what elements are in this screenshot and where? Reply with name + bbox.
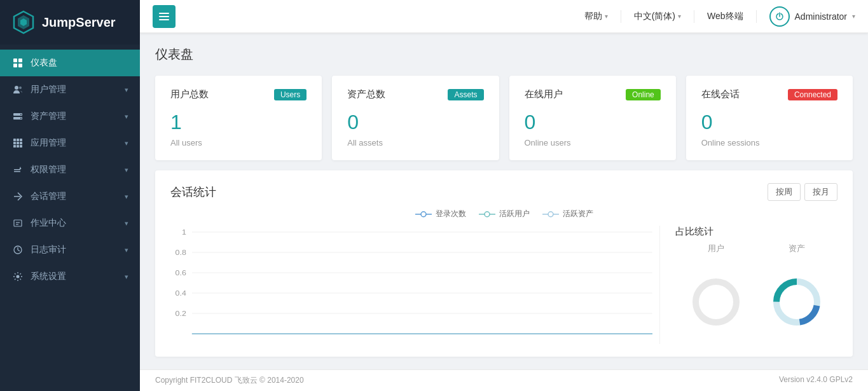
apps-icon [11,138,24,148]
stat-assets-value: 0 [347,111,483,134]
user-name-label: Administrator [795,11,847,22]
svg-point-30 [17,275,20,278]
proportion-users-label: 用户 [708,243,724,254]
stats-row: 用户总数 Users 1 All users 资产总数 Assets 0 All… [155,76,853,160]
session-section: 会话统计 按周 按月 登录次数 [155,170,853,357]
assets-icon [11,111,24,121]
page-title: 仪表盘 [155,46,853,63]
svg-point-52 [696,282,736,322]
stat-online-users-title: 在线用户 [525,88,563,100]
stat-connected-badge: Connected [788,89,837,100]
perms-arrow-icon: ▾ [125,166,128,174]
help-menu[interactable]: 帮助 ▾ [584,11,608,22]
sidebar-item-system-label: 系统设置 [31,271,125,282]
svg-rect-18 [20,142,22,144]
perms-icon [11,165,24,175]
jobs-arrow-icon: ▾ [125,219,128,228]
main-content: 帮助 ▾ 中文(简体) ▾ Web终端 [140,0,868,391]
chart-body: 1 0.8 0.6 0.4 0.2 [170,226,837,344]
stat-card-online-users: 在线用户 Online 0 Online users [509,76,676,160]
header-divider-2 [694,10,694,23]
svg-rect-3 [13,58,17,62]
stat-users-desc: All users [170,138,307,147]
web-terminal-label: Web终端 [707,11,743,21]
legend-active-users-label: 活跃用户 [499,209,530,219]
menu-toggle-button[interactable] [153,5,176,28]
sidebar-item-dashboard-label: 仪表盘 [31,57,128,69]
svg-point-11 [20,114,22,115]
sidebar-item-dashboard[interactable]: 仪表盘 [0,50,140,76]
svg-rect-31 [159,13,169,14]
svg-rect-6 [18,64,22,67]
svg-line-29 [18,250,20,251]
proportion-section: 占比统计 用户 资产 [659,226,837,344]
svg-text:0.6: 0.6 [176,269,187,277]
stat-assets-title: 资产总数 [347,88,385,100]
stat-card-assets: 资产总数 Assets 0 All assets [332,76,499,160]
users-arrow-icon: ▾ [125,86,128,94]
svg-rect-5 [13,64,17,67]
svg-rect-4 [18,58,22,62]
legend-logins-label: 登录次数 [436,209,466,219]
svg-text:1: 1 [182,228,186,236]
users-donut-chart [687,273,745,331]
chart-legend: 登录次数 活跃用户 活跃资产 [170,209,837,219]
stat-online-users-desc: Online users [525,138,661,147]
legend-active-assets: 活跃资产 [542,209,593,219]
sessions-icon [11,191,24,202]
stat-online-users-badge: Online [626,89,661,100]
svg-rect-14 [17,139,19,141]
sidebar-item-assets[interactable]: 资产管理 ▾ [0,103,140,130]
svg-rect-24 [14,220,22,226]
assets-arrow-icon: ▾ [125,113,128,121]
legend-logins: 登录次数 [415,209,466,219]
svg-rect-20 [17,145,19,147]
help-label: 帮助 [584,11,602,22]
donut-row [675,259,837,344]
svg-point-7 [15,86,18,90]
help-arrow-icon: ▾ [605,13,608,20]
page-body: 仪表盘 用户总数 Users 1 All users 资产总数 Assets [140,33,868,369]
language-menu[interactable]: 中文(简体) ▾ [634,11,681,22]
footer-copyright: Copyright FIT2CLOUD 飞致云 © 2014-2020 [155,375,304,386]
svg-rect-32 [159,16,169,17]
language-arrow-icon: ▾ [678,13,681,20]
stat-users-value: 1 [170,111,307,134]
svg-rect-13 [13,139,16,141]
sidebar-item-audit[interactable]: 日志审计 ▾ [0,237,140,263]
sidebar-item-users[interactable]: 用户管理 ▾ [0,76,140,103]
sidebar-item-jobs-label: 作业中心 [31,217,125,229]
audit-icon [11,245,24,255]
sidebar-item-audit-label: 日志审计 [31,244,125,256]
legend-active-users: 活跃用户 [479,209,530,219]
sidebar-item-sessions[interactable]: 会话管理 ▾ [0,183,140,210]
stat-connected-value: 0 [701,111,837,134]
stat-card-connected: 在线会话 Connected 0 Online sessions [686,76,853,160]
stat-users-badge: Users [274,89,307,100]
user-menu[interactable]: Administrator ▾ [769,6,855,27]
month-button[interactable]: 按月 [804,183,837,201]
line-chart-svg: 1 0.8 0.6 0.4 0.2 [170,226,659,340]
stat-online-users-value: 0 [525,111,661,134]
footer-version: Version v2.4.0 GPLv2 [779,375,853,386]
proportion-assets-label: 资产 [789,243,805,254]
sidebar-logo: JumpServer [0,0,140,45]
line-chart-area: 1 0.8 0.6 0.4 0.2 [170,226,659,344]
sidebar-item-perms[interactable]: 权限管理 ▾ [0,156,140,183]
week-button[interactable]: 按周 [768,183,801,201]
svg-point-12 [20,118,22,119]
sidebar-item-apps[interactable]: 应用管理 ▾ [0,130,140,156]
language-label: 中文(简体) [634,11,675,22]
sidebar-navigation: 仪表盘 用户管理 ▾ [0,45,140,391]
system-icon [11,271,24,282]
users-icon [11,85,24,95]
stat-assets-desc: All assets [347,138,483,147]
svg-point-38 [485,212,490,217]
svg-point-8 [19,86,22,89]
web-terminal-link[interactable]: Web终端 [707,11,743,22]
sidebar-item-jobs[interactable]: 作业中心 ▾ [0,210,140,237]
svg-point-40 [548,212,553,217]
sidebar-item-system[interactable]: 系统设置 ▾ [0,263,140,290]
svg-point-36 [421,212,426,217]
stat-connected-desc: Online sessions [701,138,837,147]
